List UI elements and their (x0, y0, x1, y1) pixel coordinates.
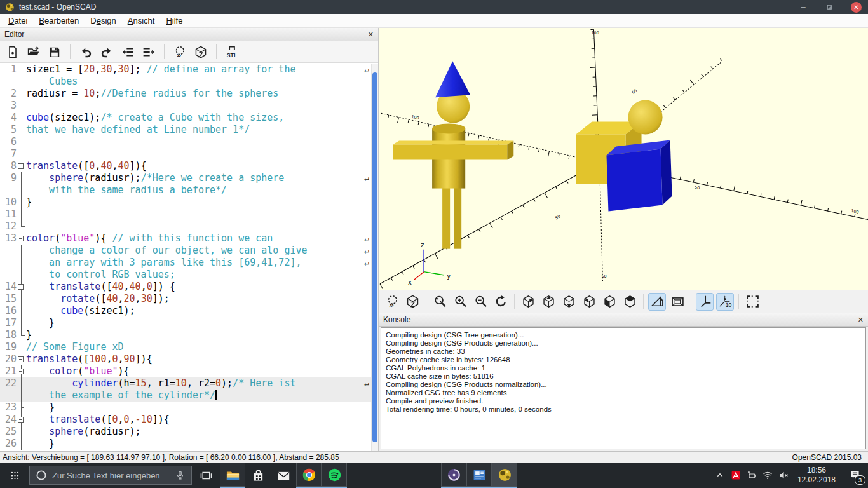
search-input[interactable]: Zur Suche Text hier eingeben (29, 466, 192, 485)
toolbar-separator (643, 294, 644, 309)
view-all-icon[interactable] (743, 293, 761, 311)
code-line: with the same radius a before*/ (0, 184, 378, 196)
editor-close-icon[interactable]: ✕ (368, 30, 374, 39)
menu-item-bearbeiten[interactable]: Bearbeiten (33, 15, 85, 27)
taskbar-app-blue-app[interactable] (466, 463, 492, 488)
unindent-icon[interactable] (121, 45, 135, 59)
line-number: 20 (0, 353, 17, 365)
title-bar[interactable]: test.scad - OpenSCAD – ✕ (0, 0, 868, 14)
open-icon[interactable] (27, 45, 41, 59)
volume-muted-icon[interactable] (776, 463, 792, 488)
view-back-icon[interactable] (621, 293, 639, 311)
task-view-button[interactable] (192, 463, 220, 488)
menu-item-ansicht[interactable]: Ansicht (122, 15, 161, 27)
code-line: 19// Some Figure xD (0, 341, 378, 353)
toolbar-separator (70, 44, 71, 59)
taskbar-app-chrome[interactable] (296, 463, 322, 488)
code-text: the example of the cylinder*/ (26, 390, 378, 402)
console-close-icon[interactable]: ✕ (858, 316, 864, 324)
export-stl-icon[interactable]: STL (225, 45, 239, 59)
3d-scene: 10050501005050100 (379, 28, 868, 290)
editor-scrollbar[interactable] (371, 64, 378, 451)
view-top-icon[interactable] (539, 293, 557, 311)
code-text (26, 136, 378, 148)
wifi-icon[interactable] (760, 463, 776, 488)
minimize-button[interactable]: – (792, 0, 814, 14)
fold-margin[interactable] (17, 160, 26, 172)
perspective-icon[interactable] (648, 293, 666, 311)
power-icon[interactable] (744, 463, 760, 488)
redo-icon[interactable] (100, 45, 114, 59)
taskbar-app-openscad[interactable] (492, 463, 517, 488)
taskbar-app-spotify[interactable] (322, 463, 347, 488)
preview-icon[interactable]: » (173, 45, 187, 59)
action-center-button[interactable]: 3 (841, 463, 868, 488)
undo-icon[interactable] (79, 45, 93, 59)
fold-margin (17, 317, 26, 329)
view-right-icon[interactable] (519, 293, 537, 311)
indent-icon[interactable] (142, 45, 156, 59)
view-left-icon[interactable] (580, 293, 598, 311)
zoom-in-icon[interactable] (451, 293, 469, 311)
fold-margin[interactable] (17, 353, 26, 365)
console-message: Geometries in cache: 33 (386, 348, 861, 356)
show-scale-icon[interactable]: 10 (716, 293, 734, 311)
orthogonal-icon[interactable] (668, 293, 686, 311)
fold-margin[interactable] (17, 365, 26, 377)
reset-view-icon[interactable] (492, 293, 510, 311)
fold-margin[interactable] (17, 281, 26, 293)
code-text: cube(sizec1);/* create a Cube with the s… (26, 112, 378, 124)
line-number: 12 (0, 220, 17, 233)
maximize-button[interactable] (818, 0, 840, 14)
line-wrap-icon: ↵ (364, 377, 369, 390)
code-line: change a color of our object, we can alo… (0, 245, 378, 257)
svg-text:50: 50 (554, 214, 561, 220)
taskbar-app-mail[interactable] (271, 463, 296, 488)
3d-viewport[interactable]: 10050501005050100 (379, 28, 868, 290)
console-output[interactable]: Compiling design (CSG Tree generation)..… (381, 327, 866, 449)
save-icon[interactable] (48, 45, 62, 59)
new-file-icon[interactable] (6, 45, 20, 59)
code-line: 13color("blue"){ // with this function w… (0, 233, 378, 245)
console-message: Normalized CSG tree has 9 elements (386, 389, 861, 397)
scrollbar-thumb[interactable] (372, 72, 377, 442)
svg-text:50: 50 (694, 185, 700, 191)
code-line: 9 sphere(radiusr);/*Here we create a sph… (0, 172, 378, 184)
avira-icon[interactable] (728, 463, 744, 488)
start-button[interactable] (0, 463, 29, 488)
line-number: 25 (0, 426, 17, 438)
code-line: 21 color("blue"){ (0, 365, 378, 377)
fold-margin (17, 390, 26, 402)
preview-icon[interactable]: » (383, 293, 401, 311)
menu-item-hilfe[interactable]: Hilfe (160, 15, 188, 27)
render-icon[interactable] (194, 45, 208, 59)
menu-item-design[interactable]: Design (85, 15, 121, 27)
code-line: 20translate([100,0,90]){ (0, 353, 378, 365)
taskbar-app-explorer[interactable] (220, 463, 245, 488)
zoom-out-icon[interactable] (471, 293, 489, 311)
menu-item-datei[interactable]: Datei (3, 15, 33, 27)
code-line: 17 } (0, 317, 378, 329)
line-number: 6 (0, 136, 17, 148)
console-panel-title: Konsole (383, 315, 410, 324)
view-front-icon[interactable] (600, 293, 618, 311)
code-text: with the same radius a before*/ (26, 184, 378, 196)
taskbar-app-store[interactable] (245, 463, 271, 488)
zoom-all-icon[interactable] (431, 293, 449, 311)
view-bottom-icon[interactable] (560, 293, 578, 311)
taskbar-app-bittorrent[interactable] (441, 463, 466, 488)
console-message: CGAL Polyhedrons in cache: 1 (386, 364, 861, 372)
code-text: cylinder(h=15, r1=10, r2=0);/* Here ist (26, 377, 378, 390)
clock[interactable]: 18:56 12.02.2018 (792, 466, 841, 485)
line-number: 1 (0, 64, 17, 76)
fold-margin[interactable] (17, 233, 26, 245)
microphone-icon[interactable] (175, 470, 186, 481)
show-axes-icon[interactable] (696, 293, 714, 311)
render-icon[interactable] (403, 293, 421, 311)
code-editor[interactable]: 1sizec1 = [20,30,30]; // define an array… (0, 64, 378, 451)
fold-margin[interactable] (17, 414, 26, 426)
fold-box-icon (18, 369, 24, 374)
fold-margin (17, 426, 26, 438)
tray-expand-icon[interactable] (712, 463, 728, 488)
close-button[interactable]: ✕ (851, 2, 862, 13)
